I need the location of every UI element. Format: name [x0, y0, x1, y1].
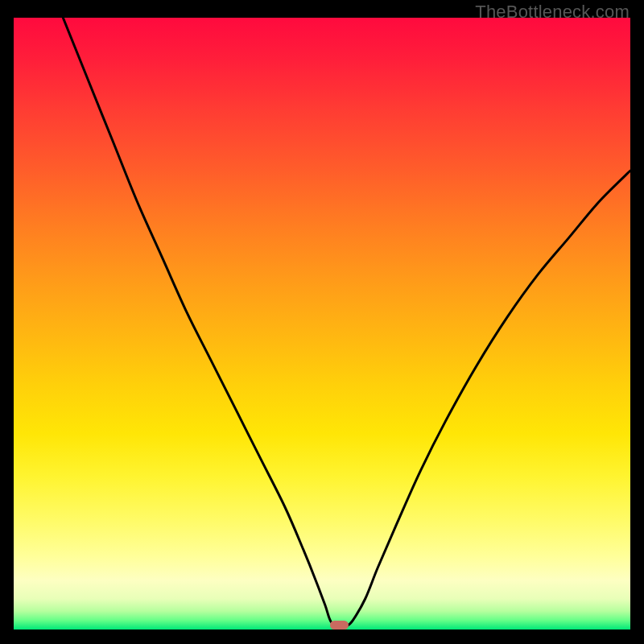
bottleneck-curve — [63, 18, 630, 626]
curve-layer — [14, 18, 630, 630]
optimum-marker — [330, 621, 349, 630]
chart-frame: TheBottleneck.com — [0, 0, 644, 644]
watermark-text: TheBottleneck.com — [475, 2, 630, 23]
plot-area — [14, 18, 630, 630]
